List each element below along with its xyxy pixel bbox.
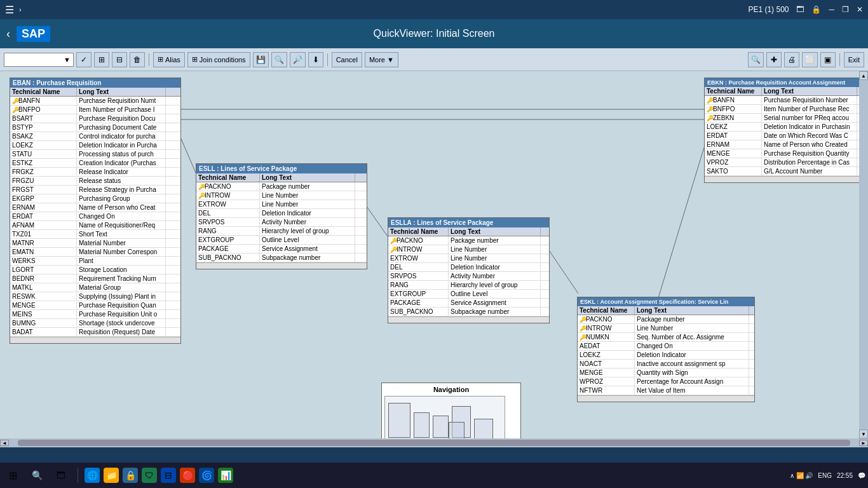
table-row[interactable]: ERNAMName of Person who Created bbox=[705, 140, 859, 149]
title-bar-arrow[interactable]: › bbox=[19, 6, 22, 13]
ebkn-scrollbar[interactable] bbox=[705, 176, 859, 182]
table-row[interactable]: STATUProcessing status of purch bbox=[10, 150, 180, 159]
table-row[interactable]: FRGSTRelease Strategy in Purcha bbox=[10, 186, 180, 194]
table-row[interactable]: EXTGROUPOutline Level bbox=[388, 290, 549, 299]
table-row[interactable]: FRGZURelease status bbox=[10, 177, 180, 186]
close-btn[interactable]: ✕ bbox=[857, 5, 863, 14]
table-row[interactable]: 🔑BANFNPurchase Requisition Numt bbox=[10, 97, 180, 105]
exit-button[interactable]: Exit bbox=[844, 52, 864, 67]
eban-scrollbar[interactable] bbox=[10, 337, 180, 343]
table-row[interactable]: 🔑BANFNPurchase Requisition Number bbox=[705, 96, 859, 105]
esll-scrollbar[interactable] bbox=[196, 262, 367, 269]
main-dropdown[interactable]: ▼ bbox=[4, 53, 74, 67]
table-row[interactable]: 🔑ZEBKNSerial number for PReq accou bbox=[705, 114, 859, 123]
table-row[interactable]: EXTROWLine Number bbox=[196, 200, 367, 209]
table-row[interactable]: TXZ01Short Text bbox=[10, 230, 180, 239]
table-row[interactable]: 🔑INTROWLine Number bbox=[578, 324, 754, 333]
delete-button[interactable]: 🗑 bbox=[130, 52, 145, 67]
eslla-scrollbar[interactable] bbox=[388, 316, 549, 323]
check-button[interactable]: ✓ bbox=[76, 52, 92, 67]
field-select-button[interactable]: ⊞ bbox=[94, 52, 109, 67]
table-row[interactable]: ESTKZCreation Indicator (Purchas bbox=[10, 159, 180, 168]
table-row[interactable]: 🔑PACKNOPackage number bbox=[578, 315, 754, 324]
scroll-down-arrow[interactable]: ▼ bbox=[859, 430, 868, 438]
horizontal-scrollbar[interactable]: ◄ ► bbox=[0, 438, 868, 447]
table-row[interactable]: RANGHierarchy level of group bbox=[388, 281, 549, 290]
cancel-button[interactable]: Cancel bbox=[332, 52, 362, 67]
table-row[interactable]: PACKAGEService Assignment bbox=[388, 299, 549, 308]
scroll-right-btn[interactable]: ► bbox=[859, 440, 868, 446]
table-row[interactable]: 🔑INTROWLine Number bbox=[388, 245, 549, 254]
table-row[interactable]: SRVPOSActivity Number bbox=[196, 218, 367, 227]
table-row[interactable]: NFTWRNet Value of Item bbox=[578, 386, 754, 395]
table-row[interactable]: DELDeletion Indicator bbox=[196, 209, 367, 218]
add-table-button[interactable]: ⊟ bbox=[112, 52, 127, 67]
task-view-button[interactable]: 🗔 bbox=[51, 465, 71, 485]
eskl-scrollbar[interactable] bbox=[578, 395, 754, 402]
start-button[interactable]: ⊞ bbox=[3, 465, 23, 485]
table-row[interactable]: RESWKSupplying (Issuing) Plant in bbox=[10, 292, 180, 301]
table-row[interactable]: SAKTOG/L Account Number bbox=[705, 167, 859, 176]
download-button[interactable]: ⬇ bbox=[308, 52, 323, 67]
add-button[interactable]: ✚ bbox=[766, 52, 782, 67]
table-row[interactable]: MENGEPurchase Requisition Quantity bbox=[705, 149, 859, 158]
app-icon1[interactable]: 🛡 bbox=[142, 468, 157, 483]
table-row[interactable]: WPROZPercentage for Account Assign bbox=[578, 377, 754, 386]
compress-button[interactable]: ▣ bbox=[820, 52, 836, 67]
table-row[interactable]: 🔑INTROWLine Number bbox=[196, 191, 367, 200]
table-row[interactable]: BADATRequisition (Request) Date bbox=[10, 328, 180, 337]
excel-icon[interactable]: 📊 bbox=[218, 468, 233, 483]
back-button[interactable]: ‹ bbox=[6, 27, 10, 41]
table-row[interactable]: RANGHierarchy level of group bbox=[196, 227, 367, 236]
search-button-taskbar[interactable]: 🔍 bbox=[27, 465, 47, 485]
hamburger-menu[interactable]: ☰ bbox=[5, 4, 14, 16]
restore-btn[interactable]: ❐ bbox=[842, 5, 849, 14]
table-row[interactable]: 🔑BNFPOItem Number of Purchase Rec bbox=[705, 105, 859, 114]
table-row[interactable]: 🔑PACKNOPackage number bbox=[388, 236, 549, 245]
table-row[interactable]: MENGEPurchase Requisition Quan bbox=[10, 301, 180, 310]
edge-icon[interactable]: 🌐 bbox=[85, 468, 100, 483]
zoom-in-button[interactable]: 🔍 bbox=[271, 52, 287, 67]
minimize-btn[interactable]: ─ bbox=[829, 5, 834, 14]
save-button[interactable]: 💾 bbox=[253, 52, 269, 67]
table-row[interactable]: EMATNMaterial Number Correspon bbox=[10, 248, 180, 257]
table-row[interactable]: DELDeletion Indicator bbox=[388, 263, 549, 272]
table-row[interactable]: EXTROWLine Number bbox=[388, 254, 549, 263]
file-explorer-icon[interactable]: 📁 bbox=[104, 468, 119, 483]
app-icon3[interactable]: 🌀 bbox=[199, 468, 214, 483]
table-row[interactable]: BUMNGShortage (stock undercove bbox=[10, 319, 180, 328]
table-row[interactable]: 🔑NUMKNSeq. Number of Acc. Assignme bbox=[578, 333, 754, 342]
scroll-track[interactable] bbox=[18, 440, 850, 446]
table-row[interactable]: LGORTStorage Location bbox=[10, 266, 180, 274]
table-row[interactable]: BEDNRRequirement Tracking Num bbox=[10, 274, 180, 283]
table-row[interactable]: SRVPOSActivity Number bbox=[388, 272, 549, 281]
table-row[interactable]: 🔑PACKNOPackage number bbox=[196, 182, 367, 191]
table-row[interactable]: LOEKZDeletion Indicator in Purchasin bbox=[705, 123, 859, 132]
table-row[interactable]: WERKSPlant bbox=[10, 257, 180, 266]
table-row[interactable]: LOEKZDeletion Indicator in Purcha bbox=[10, 141, 180, 150]
app-icon2[interactable]: ⊟ bbox=[161, 468, 176, 483]
navigation-minimap[interactable] bbox=[384, 396, 505, 438]
table-row[interactable]: SUB_PACKNOSubpackage number bbox=[196, 254, 367, 262]
print-button[interactable]: 🖨 bbox=[784, 52, 799, 67]
more-button[interactable]: More ▼ bbox=[365, 52, 398, 67]
table-row[interactable]: EXTGROUPOutline Level bbox=[196, 236, 367, 245]
chrome-icon[interactable]: 🔴 bbox=[180, 468, 195, 483]
table-row[interactable]: ERDATDate on Which Record Was C bbox=[705, 132, 859, 140]
notification-icon[interactable]: 💬 bbox=[858, 472, 865, 479]
table-row[interactable]: BSARTPurchase Requisition Docu bbox=[10, 114, 180, 123]
table-row[interactable]: MATKLMaterial Group bbox=[10, 283, 180, 292]
table-row[interactable]: 🔑BNFPOItem Number of Purchase I bbox=[10, 105, 180, 114]
table-row[interactable]: PACKAGEService Assignment bbox=[196, 245, 367, 254]
scroll-up-arrow[interactable]: ▲ bbox=[859, 71, 868, 80]
expand-button[interactable]: ⬜ bbox=[802, 52, 818, 67]
table-row[interactable]: MATNRMaterial Number bbox=[10, 239, 180, 248]
right-scrollbar[interactable]: ▲ ▼ bbox=[859, 71, 868, 438]
table-row[interactable]: FRGKZRelease Indicator bbox=[10, 168, 180, 177]
table-row[interactable]: SUB_PACKNOSubpackage number bbox=[388, 308, 549, 316]
table-row[interactable]: AEDATChanged On bbox=[578, 342, 754, 351]
table-row[interactable]: MEINSPurchase Requisition Unit o bbox=[10, 310, 180, 319]
table-row[interactable]: LOEKZDeletion Indicator bbox=[578, 351, 754, 360]
search-button[interactable]: 🔍 bbox=[748, 52, 764, 67]
alias-button[interactable]: ⊞ Alias bbox=[153, 52, 185, 67]
